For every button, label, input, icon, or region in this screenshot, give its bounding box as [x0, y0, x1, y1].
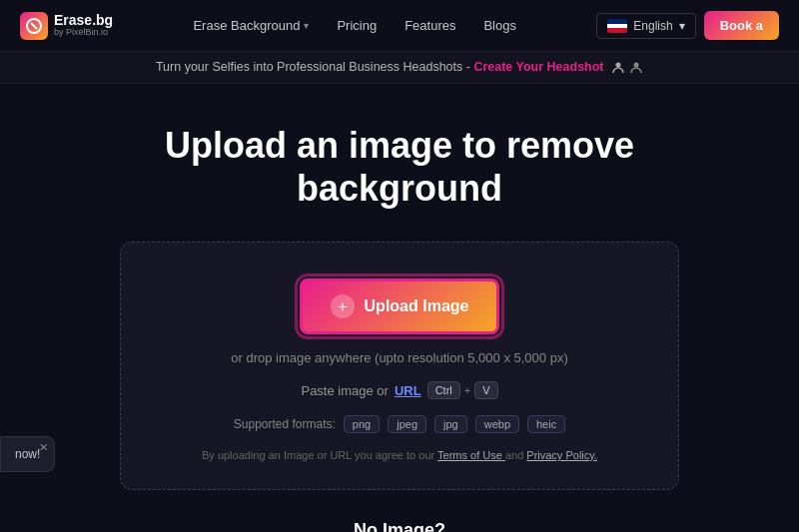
navbar: Erase.bg by PixelBin.io Erase Background…: [0, 0, 799, 52]
upload-box: ＋ Upload Image or drop image anywhere (u…: [120, 242, 679, 490]
svg-point-3: [634, 62, 639, 67]
promo-banner: Turn your Selfies into Professional Busi…: [0, 52, 799, 84]
logo[interactable]: Erase.bg by PixelBin.io: [20, 12, 113, 40]
terms-link[interactable]: Terms of Use: [437, 449, 505, 461]
nav-links: Erase Background ▾ Pricing Features Blog…: [181, 12, 528, 39]
format-png: png: [344, 415, 380, 433]
banner-icons: [611, 61, 643, 75]
logo-icon: [20, 12, 48, 40]
flag-icon: [607, 19, 627, 33]
url-link[interactable]: URL: [395, 383, 421, 398]
book-button[interactable]: Book a: [704, 11, 779, 40]
upload-button[interactable]: ＋ Upload Image: [300, 278, 500, 334]
lang-chevron-icon: ▾: [679, 19, 685, 33]
svg-line-1: [31, 23, 37, 29]
drop-text: or drop image anywhere (upto resolution …: [231, 350, 567, 365]
ctrl-key: Ctrl: [427, 381, 460, 399]
format-jpg: jpg: [434, 415, 467, 433]
chevron-down-icon: ▾: [304, 20, 309, 31]
keyboard-shortcut: Ctrl + V: [427, 381, 498, 399]
nav-right: English ▾ Book a: [596, 11, 779, 40]
nav-blogs[interactable]: Blogs: [471, 12, 528, 39]
no-image-title: No Image?: [354, 520, 445, 532]
format-webp: webp: [475, 415, 519, 433]
svg-point-2: [616, 62, 621, 67]
language-button[interactable]: English ▾: [596, 13, 695, 39]
formats-row: Supported formats: png jpeg jpg webp hei…: [234, 415, 565, 433]
logo-text: Erase.bg by PixelBin.io: [54, 13, 113, 38]
toast-close-icon[interactable]: ✕: [39, 441, 48, 454]
nav-features[interactable]: Features: [393, 12, 467, 39]
nav-pricing[interactable]: Pricing: [325, 12, 389, 39]
terms-text: By uploading an Image or URL you agree t…: [202, 449, 597, 461]
format-jpeg: jpeg: [388, 415, 426, 433]
main-content: Upload an image to remove background ＋ U…: [0, 84, 799, 532]
plus-separator: +: [464, 384, 470, 396]
headshot-link[interactable]: Create Your Headshot: [473, 60, 607, 74]
nav-erase-background[interactable]: Erase Background ▾: [181, 12, 321, 39]
paste-row: Paste image or URL Ctrl + V: [301, 381, 497, 399]
toast-notification: ✕ now!: [0, 436, 55, 472]
privacy-link[interactable]: Privacy Policy.: [526, 449, 597, 461]
v-key: V: [474, 381, 497, 399]
no-image-section: No Image? Try one of these: [245, 520, 554, 532]
format-heic: heic: [527, 415, 565, 433]
hero-title: Upload an image to remove background: [165, 124, 634, 210]
plus-icon: ＋: [331, 294, 355, 318]
